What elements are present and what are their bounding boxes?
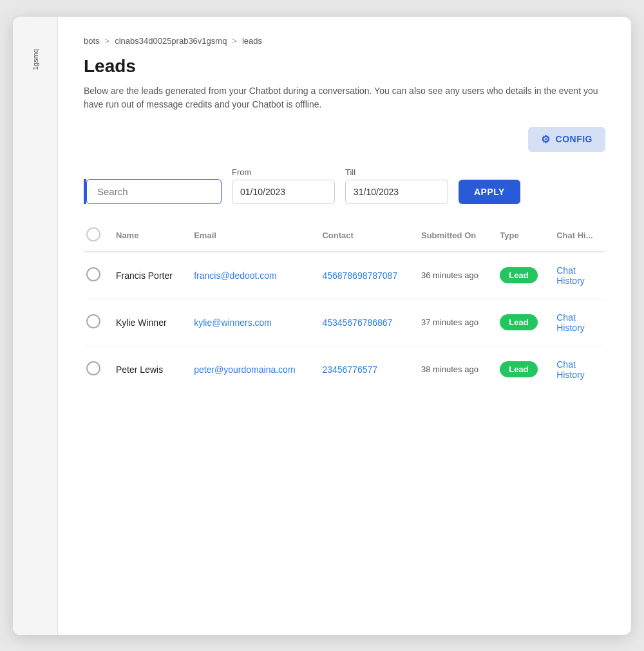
row-contact-2: 23456776577: [316, 346, 415, 393]
col-header-type: Type: [493, 220, 550, 252]
search-input[interactable]: [86, 179, 222, 204]
col-header-name: Name: [109, 220, 187, 252]
row-chat-history-2: ChatHistory: [550, 346, 605, 393]
sidebar-label: 1gsmq: [32, 49, 39, 70]
breadcrumb-sep-2: >: [232, 36, 237, 46]
row-chat-history-0: ChatHistory: [550, 252, 605, 299]
row-contact-link-0[interactable]: 456878698787087: [322, 270, 397, 281]
row-email-link-0[interactable]: francis@dedoot.com: [194, 270, 277, 281]
table-body: Francis Porter francis@dedoot.com 456878…: [84, 252, 605, 393]
from-date-input[interactable]: [232, 180, 335, 204]
row-email-link-2[interactable]: peter@yourdomaina.com: [194, 364, 295, 375]
chat-history-link-2[interactable]: ChatHistory: [556, 359, 585, 380]
row-contact-link-1[interactable]: 45345676786867: [322, 317, 392, 328]
row-type-1: Lead: [493, 299, 550, 346]
search-wrapper: [84, 179, 222, 204]
lead-badge-1: Lead: [500, 314, 537, 330]
breadcrumb: bots > clnabs34d0025prab36v1gsmq > leads: [84, 36, 605, 46]
row-checkbox-cell: [84, 252, 109, 299]
apply-button[interactable]: APPLY: [459, 180, 520, 204]
page-title: Leads: [84, 56, 605, 77]
gear-icon: ⚙: [541, 133, 551, 146]
row-email-1: kylie@winners.com: [187, 299, 316, 346]
row-checkbox-2[interactable]: [86, 361, 100, 375]
row-chat-history-1: ChatHistory: [550, 299, 605, 346]
col-header-chat-history: Chat Hi...: [550, 220, 605, 252]
chat-history-link-0[interactable]: ChatHistory: [556, 265, 585, 286]
table-row: Peter Lewis peter@yourdomaina.com 234567…: [84, 346, 605, 393]
page-description: Below are the leads generated from your …: [84, 84, 605, 111]
row-email-link-1[interactable]: kylie@winners.com: [194, 317, 272, 328]
row-checkbox-1[interactable]: [86, 314, 100, 328]
row-checkbox-0[interactable]: [86, 267, 100, 281]
sidebar: 1gsmq: [13, 17, 58, 635]
table-row: Kylie Winner kylie@winners.com 453456767…: [84, 299, 605, 346]
row-type-0: Lead: [493, 252, 550, 299]
config-button[interactable]: ⚙ CONFIG: [528, 127, 605, 152]
till-date-input[interactable]: [345, 180, 448, 204]
col-header-contact: Contact: [316, 220, 415, 252]
col-header-checkbox: [84, 220, 109, 252]
table-header: Name Email Contact Submitted On Type Cha…: [84, 220, 605, 252]
main-content: bots > clnabs34d0025prab36v1gsmq > leads…: [58, 17, 631, 635]
row-name-1: Kylie Winner: [109, 299, 187, 346]
leads-table: Name Email Contact Submitted On Type Cha…: [84, 220, 605, 393]
row-submitted-2: 38 minutes ago: [415, 346, 493, 393]
row-submitted-0: 36 minutes ago: [415, 252, 493, 299]
filter-row: From Till APPLY: [84, 167, 605, 204]
row-email-0: francis@dedoot.com: [187, 252, 316, 299]
breadcrumb-bot-id[interactable]: clnabs34d0025prab36v1gsmq: [115, 36, 227, 46]
till-label: Till: [345, 167, 448, 177]
row-checkbox-cell: [84, 299, 109, 346]
leads-table-container: Name Email Contact Submitted On Type Cha…: [84, 220, 605, 393]
row-name-2: Peter Lewis: [109, 346, 187, 393]
chat-history-link-1[interactable]: ChatHistory: [556, 312, 585, 333]
col-header-submitted: Submitted On: [415, 220, 493, 252]
row-email-2: peter@yourdomaina.com: [187, 346, 316, 393]
col-header-email: Email: [187, 220, 316, 252]
row-contact-1: 45345676786867: [316, 299, 415, 346]
from-date-group: From: [232, 167, 335, 204]
row-contact-0: 456878698787087: [316, 252, 415, 299]
row-submitted-1: 37 minutes ago: [415, 299, 493, 346]
config-btn-row: ⚙ CONFIG: [84, 127, 605, 152]
row-checkbox-cell: [84, 346, 109, 393]
lead-badge-0: Lead: [500, 267, 537, 283]
breadcrumb-bots[interactable]: bots: [84, 36, 100, 46]
row-contact-link-2[interactable]: 23456776577: [322, 364, 377, 375]
breadcrumb-leads[interactable]: leads: [242, 36, 262, 46]
config-button-label: CONFIG: [556, 134, 592, 144]
lead-badge-2: Lead: [500, 361, 537, 377]
row-type-2: Lead: [493, 346, 550, 393]
header-checkbox[interactable]: [86, 227, 100, 241]
row-name-0: Francis Porter: [109, 252, 187, 299]
from-label: From: [232, 167, 335, 177]
table-row: Francis Porter francis@dedoot.com 456878…: [84, 252, 605, 299]
till-date-group: Till: [345, 167, 448, 204]
breadcrumb-sep-1: >: [105, 36, 110, 46]
